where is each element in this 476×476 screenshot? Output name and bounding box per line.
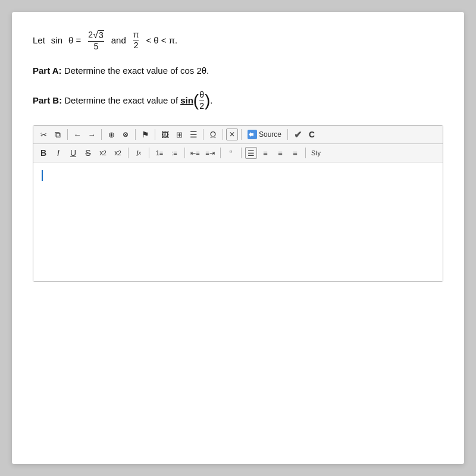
separator-r2-5: [241, 148, 242, 158]
separator-3: [135, 129, 136, 140]
toolbar-row-1: ✂ ⧉ ← → ⊕ ⊗ ⚑ 🖼 ⊞ ☰ Ω ✕: [33, 126, 443, 144]
indent-left-button[interactable]: ⇤≡: [189, 146, 202, 159]
part-b: Part B: Determine the exact value of sin…: [33, 90, 443, 111]
align-left-button[interactable]: ≡: [259, 146, 272, 159]
separator-r2-3: [184, 148, 185, 158]
italic-button[interactable]: I: [52, 146, 65, 159]
inequality-text: < θ < π.: [146, 34, 177, 48]
image-button[interactable]: 🖼: [158, 128, 171, 141]
link-button[interactable]: ⊕: [105, 128, 118, 141]
pi-fraction: π 2: [133, 30, 139, 51]
editor-container: ✂ ⧉ ← → ⊕ ⊗ ⚑ 🖼 ⊞ ☰ Ω ✕: [33, 125, 443, 282]
sin-theta-label: sin: [51, 34, 62, 48]
check-button[interactable]: ✔: [291, 128, 304, 141]
indent-right-button[interactable]: ≡⇥: [203, 146, 217, 159]
part-a: Part A: Determine the exact value of cos…: [33, 64, 443, 78]
toolbar-row-2: B I U S x2 x2 Ix 1≡ :≡ ⇤≡ ≡⇥ “ ☰ ≡ ≡ ≡ S…: [33, 144, 443, 162]
intro-text: Let: [33, 34, 45, 48]
part-b-label: Part B:: [33, 94, 62, 108]
separator-7: [241, 129, 242, 140]
remove-format-button[interactable]: Ix: [132, 146, 145, 159]
separator-r2-2: [149, 148, 149, 158]
half-angle-fraction: θ 2: [199, 90, 204, 111]
flag-button[interactable]: ⚑: [139, 128, 152, 141]
unlink-button[interactable]: ⊗: [119, 128, 132, 141]
part-a-text: Determine the exact value of cos 2θ.: [64, 65, 209, 76]
separator-6: [223, 129, 223, 140]
copy-button[interactable]: ⧉: [51, 128, 64, 141]
clear-format-button[interactable]: C: [305, 128, 318, 141]
sin-half-expression: sin ( θ 2 ) .: [180, 90, 212, 111]
omega-button[interactable]: Ω: [206, 128, 220, 141]
source-icon: [248, 130, 257, 139]
blockquote-button[interactable]: “: [224, 146, 237, 159]
undo-button[interactable]: ←: [71, 128, 84, 141]
pi-denom: 2: [134, 40, 139, 50]
align-center-button[interactable]: ≡: [274, 146, 287, 159]
special-button[interactable]: ✕: [226, 129, 238, 140]
main-fraction: 2√3 5: [88, 30, 104, 51]
separator-2: [101, 129, 102, 140]
separator-1: [67, 129, 68, 140]
source-button[interactable]: Source: [245, 129, 284, 140]
editor-content-area[interactable]: [33, 162, 443, 281]
text-cursor: [42, 170, 43, 181]
separator-r2-1: [128, 148, 129, 158]
subscript-button[interactable]: x2: [96, 146, 109, 159]
fraction-numerator: 2√3: [88, 30, 104, 42]
cut-button[interactable]: ✂: [37, 128, 50, 141]
underline-button[interactable]: U: [67, 146, 80, 159]
half-angle-numer: θ: [199, 90, 204, 101]
table-button[interactable]: ⊞: [173, 128, 186, 141]
pi-numer: π: [133, 30, 139, 40]
main-page: Let sinθ = 2√3 5 and π 2 < θ < π. Part A…: [12, 12, 464, 464]
svg-marker-0: [249, 132, 253, 137]
list-style-button[interactable]: ☰: [187, 128, 200, 141]
separator-r2-4: [220, 148, 221, 158]
and-text: and: [111, 34, 126, 48]
separator-r2-6: [305, 148, 306, 158]
right-paren: ): [205, 92, 210, 109]
bold-button[interactable]: B: [37, 146, 50, 159]
problem-statement: Let sinθ = 2√3 5 and π 2 < θ < π.: [33, 30, 443, 51]
separator-8: [287, 129, 288, 140]
superscript-button[interactable]: x2: [111, 146, 124, 159]
source-label: Source: [259, 130, 281, 139]
align-justify-button[interactable]: ☰: [245, 147, 257, 159]
part-b-text: Determine the exact value of: [64, 94, 178, 108]
separator-4: [155, 129, 155, 140]
left-paren: (: [193, 92, 199, 109]
strikethrough-button[interactable]: S: [82, 146, 95, 159]
fraction-denominator: 5: [94, 42, 99, 51]
separator-5: [203, 129, 203, 140]
part-a-label: Part A:: [33, 65, 62, 76]
half-angle-denom: 2: [199, 101, 204, 111]
redo-button[interactable]: →: [85, 128, 98, 141]
align-right-button[interactable]: ≡: [289, 146, 302, 159]
ordered-list-button[interactable]: 1≡: [153, 146, 166, 159]
unordered-list-button[interactable]: :≡: [168, 146, 181, 159]
style-dropdown[interactable]: Sty: [309, 146, 322, 159]
